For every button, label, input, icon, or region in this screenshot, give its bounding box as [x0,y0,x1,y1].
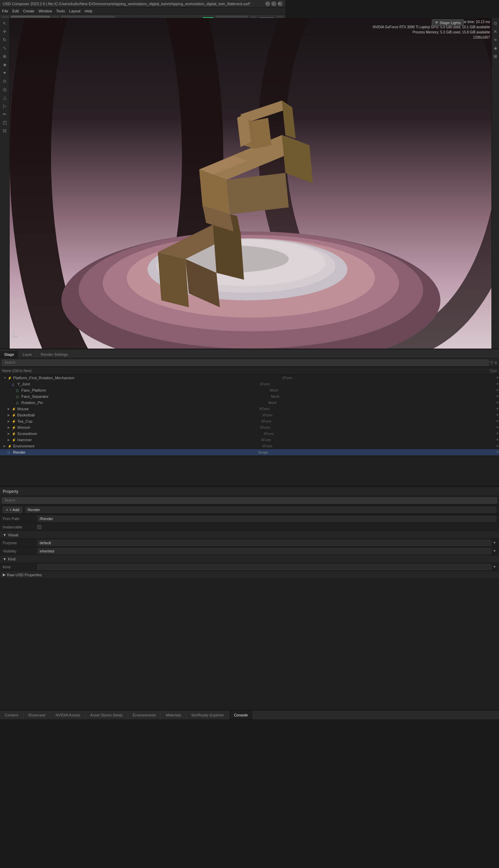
tab-stage[interactable]: Stage [0,351,19,358]
tree-item-screwdriver[interactable]: ▶ ⚡ Screwdriver XForm 👁 [0,431,285,437]
xform-icon: ⚡ [12,438,17,442]
tab-environments[interactable]: Environments [128,711,161,720]
raw-usd-section-header[interactable]: ▶ Raw USD Properties [0,571,285,579]
tree-label: Platform_First_Rotation_Mechanism [13,376,74,380]
tree-item-platform[interactable]: ▼ ⚡ Platform_First_Rotation_Mechanism XF… [0,375,285,381]
tree-item-render[interactable]: □ Render Scope 👁 [0,449,285,455]
property-search-bar [0,496,285,505]
raw-usd-arrow: ▶ [3,572,6,577]
kind-section-header[interactable]: ▼ Kind [0,555,285,563]
selection-tool-icon[interactable]: ◎ [1,85,9,93]
scope-icon: □ [8,451,12,454]
tab-materials[interactable]: Materials [161,711,186,720]
scene-background: FPS: 49.68, Frame time: 20.13 ms NVIDIA … [10,18,285,349]
statusbar: ⚠ Capturing C:/Users/kutlu/New E/capture… [0,720,285,868]
stage-tab-bar: Stage Layer Render Settings [0,349,285,358]
tab-nvidia-assets[interactable]: NVIDIA Assets [51,711,85,720]
xform-icon: ⚡ [12,432,17,436]
property-search-input[interactable] [2,497,285,504]
property-add-bar: + + Add Render [0,505,285,515]
universal-tool-icon[interactable]: ◈ [1,61,9,68]
physics-tool-icon[interactable]: ⊟ [1,127,9,134]
tree-label: Basketball [17,413,35,417]
tab-layer[interactable]: Layer [19,351,37,358]
mesh-tool-icon[interactable]: △ [1,94,9,101]
scale-tool-icon[interactable]: ⤡ [1,44,9,52]
layout-tool-icon[interactable]: ◰ [1,118,9,126]
maximize-button[interactable]: □ [272,1,276,6]
scene-svg [10,18,285,349]
property-panel-title: Property [0,487,285,496]
prim-path-label: Prim Path [3,517,37,521]
left-sidebar: ↖ ✛ ↻ ⤡ ⊕ ◈ ✦ ⊙ ◎ △ ▷ ✏ ◰ ⊟ [0,18,10,349]
menu-tools[interactable]: Tools [56,9,65,13]
stage-search-input[interactable] [2,360,285,366]
menu-help[interactable]: Help [85,9,93,13]
xform-icon: ⚡ [12,420,17,423]
stage-column-header: Name (Old to New) Type [0,367,285,375]
mesh-icon: ◻ [16,401,21,405]
tree-item-rotation-pin[interactable]: ◻ Rotation_Pin Mesh 👁 [0,400,285,406]
unit-label: cm [13,334,18,338]
kind-field-label: Kind [3,565,37,569]
bottom-tabs: Content Showcase NVIDIA Assets Asset Sto… [0,710,285,720]
tree-item-environment[interactable]: ▶ ⚡ Environment XForm 👁 [0,443,285,449]
tab-asset-stores[interactable]: Asset Stores (beta) [85,711,128,720]
move-tool-icon[interactable]: ✛ [1,28,9,35]
svg-marker-17 [227,173,285,214]
play-tool-icon[interactable]: ▷ [1,102,9,110]
tab-console[interactable]: Console [229,711,253,720]
menu-layout[interactable]: Layout [69,9,81,13]
camera-tool-icon[interactable]: ⊕ [1,52,9,60]
kind-arrow: ▼ [3,557,7,561]
add-value-display: Render [25,507,285,513]
tab-simready[interactable]: SimReady Explorer [186,711,229,720]
stage-tree: ▼ ⚡ Platform_First_Rotation_Mechanism XF… [0,375,285,455]
instancable-checkbox[interactable] [37,525,41,529]
select-tool-icon[interactable]: ↖ [1,19,9,27]
tab-content[interactable]: Content [0,711,23,720]
tree-label: Screwdriver [17,432,37,436]
tree-label: Wrench [17,425,30,430]
add-property-button[interactable]: + + Add [3,507,22,513]
tree-item-face-platform[interactable]: ◻ Face_Platform Mesh 👁 [0,387,285,393]
xform-icon: ⚡ [12,426,17,430]
snap-tool-icon[interactable]: ✦ [1,69,9,76]
tree-item-wrench[interactable]: ▶ ⚡ Wrench XForm 👁 [0,424,285,431]
minimize-button[interactable]: − [265,1,270,6]
visual-section-header[interactable]: ▼ Visual [0,531,285,539]
menu-edit[interactable]: Edit [12,9,19,13]
titlebar: USD Composer 2023.2.6 | file:/C:/Users/k… [0,0,285,8]
tree-label: Y_Joint [17,382,30,386]
visibility-label: Visibility [3,549,37,553]
svg-marker-12 [158,252,189,307]
rotate-tool-icon[interactable]: ↻ [1,36,9,43]
stage-panel: Stage Layer Render Settings ▽ ≡ Name (Ol… [0,349,285,486]
tree-label: Face_Separator [21,394,49,399]
menu-create[interactable]: Create [23,9,34,13]
tree-item-face-separator[interactable]: ◻ Face_Separator Mesh 👁 [0,393,285,400]
tab-showcase[interactable]: Showcase [23,711,51,720]
property-panel: Property + + Add Render Prim Path /Rende… [0,486,285,710]
tree-item-yjoint[interactable]: △ Y_Joint XForm 👁 [0,381,285,387]
window-controls: − □ × [265,1,283,6]
tab-render-settings[interactable]: Render Settings [37,351,72,358]
tree-label: Rotation_Pin [21,401,43,405]
xform-icon: ⚡ [8,444,12,448]
close-button[interactable]: × [278,1,283,6]
tree-item-mouse[interactable]: ▶ ⚡ Mouse XForm 👁 [0,406,285,412]
purpose-label: Purpose [3,541,37,545]
tree-label: Face_Platform [21,388,46,392]
paint-tool-icon[interactable]: ✏ [1,110,9,118]
menu-window[interactable]: Window [39,9,52,13]
tree-item-hammer[interactable]: ▶ ⚡ Hammer XForm 👁 [0,437,285,443]
viewport[interactable]: FPS: 49.68, Frame time: 20.13 ms NVIDIA … [10,18,285,349]
xform-icon: ⚡ [12,413,17,417]
instancable-label: Instancable [3,525,37,529]
tree-item-teacup[interactable]: ▶ ⚡ Tea_Cup XForm 👁 [0,418,285,424]
transform-tool-icon[interactable]: ⊙ [1,77,9,85]
tree-item-basketball[interactable]: ▶ ⚡ Basketball XForm 👁 [0,412,285,418]
tree-label: Hammer [17,438,32,442]
kind-field-value [37,564,285,570]
menu-file[interactable]: File [2,9,8,13]
